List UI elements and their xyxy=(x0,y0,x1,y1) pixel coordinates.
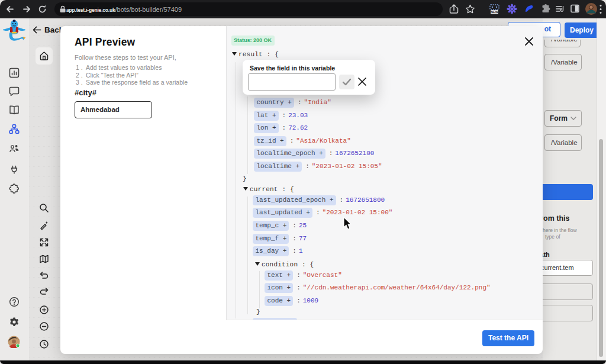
svg-text:NEW: NEW xyxy=(491,10,498,14)
